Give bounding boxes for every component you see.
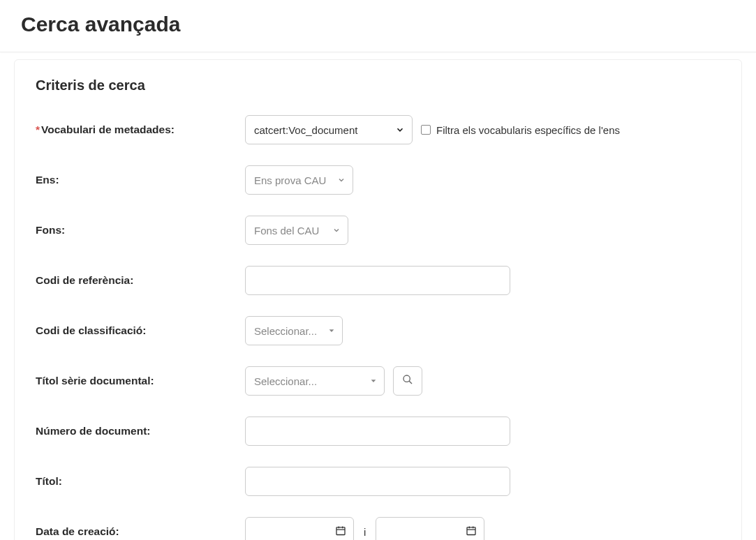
controls-num-doc [245,417,720,446]
row-codi-ref: Codi de referència: [36,265,720,296]
row-titol-serie: Títol sèrie documental: Seleccionar... [36,366,720,396]
filtra-vocab-group: Filtra els vocabularis específics de l'e… [421,124,620,136]
ens-selected-value: Ens prova CAU [254,174,326,186]
titol-input[interactable] [245,467,510,496]
fons-selected-value: Fons del CAU [254,225,319,237]
page-header: Cerca avançada [0,0,756,52]
row-titol: Títol: [36,466,720,497]
search-icon [402,374,413,388]
controls-data-creacio: i [245,517,720,540]
row-num-doc: Número de document: [36,416,720,447]
section-title: Criteris de cerca [36,77,720,93]
caret-down-icon [328,327,335,334]
data-to-input[interactable] [376,517,484,540]
required-mark: * [36,123,40,135]
controls-fons: Fons del CAU [245,216,720,245]
controls-codi-ref [245,266,720,295]
svg-rect-8 [467,527,475,535]
row-fons: Fons: Fons del CAU [36,215,720,246]
row-vocabulari: *Vocabulari de metadades: catcert:Voc_do… [36,114,720,145]
num-doc-input[interactable] [245,417,510,446]
label-ens: Ens: [36,174,245,186]
controls-codi-class: Seleccionar... [245,316,720,345]
vocabulari-selected-value: catcert:Voc_document [254,124,357,136]
vocabulari-select[interactable]: catcert:Voc_document [245,115,413,144]
label-data-creacio: Data de creació: [36,525,245,538]
controls-titol-serie: Seleccionar... [245,366,720,396]
label-codi-class: Codi de classificació: [36,324,245,337]
calendar-icon [466,525,477,539]
titol-serie-select[interactable]: Seleccionar... [245,366,385,396]
label-titol-serie: Títol sèrie documental: [36,375,245,387]
label-codi-ref: Codi de referència: [36,274,245,287]
titol-serie-placeholder: Seleccionar... [254,375,317,387]
data-from-input[interactable] [245,517,354,540]
chevron-down-icon [395,125,405,135]
codi-class-select[interactable]: Seleccionar... [245,316,343,345]
codi-class-placeholder: Seleccionar... [254,325,317,337]
svg-line-3 [409,381,412,384]
label-vocabulari: *Vocabulari de metadades: [36,123,245,136]
chevron-down-icon [337,176,346,184]
chevron-down-icon [332,226,341,234]
search-criteria-card: Criteris de cerca *Vocabulari de metadad… [14,59,742,540]
label-num-doc: Número de document: [36,425,245,437]
svg-point-2 [403,375,410,382]
controls-ens: Ens prova CAU [245,165,720,195]
row-ens: Ens: Ens prova CAU [36,165,720,195]
label-titol: Títol: [36,475,245,488]
row-data-creacio: Data de creació: i [36,516,720,540]
caret-down-icon [370,377,377,384]
filtra-vocab-label: Filtra els vocabularis específics de l'e… [436,124,620,136]
ens-select[interactable]: Ens prova CAU [245,165,353,195]
filtra-vocab-checkbox[interactable] [421,125,431,135]
codi-ref-input[interactable] [245,266,510,295]
row-codi-class: Codi de classificació: Seleccionar... [36,315,720,346]
page-title: Cerca avançada [21,13,735,36]
calendar-icon [335,525,346,539]
svg-marker-1 [371,380,376,382]
fons-select[interactable]: Fons del CAU [245,216,348,245]
svg-rect-4 [336,527,345,535]
search-button[interactable] [393,366,422,396]
label-vocabulari-text: Vocabulari de metadades: [41,123,175,135]
controls-titol [245,467,720,496]
label-fons: Fons: [36,224,245,237]
range-separator: i [362,526,367,538]
svg-marker-0 [329,329,334,332]
controls-vocabulari: catcert:Voc_document Filtra els vocabula… [245,115,720,144]
